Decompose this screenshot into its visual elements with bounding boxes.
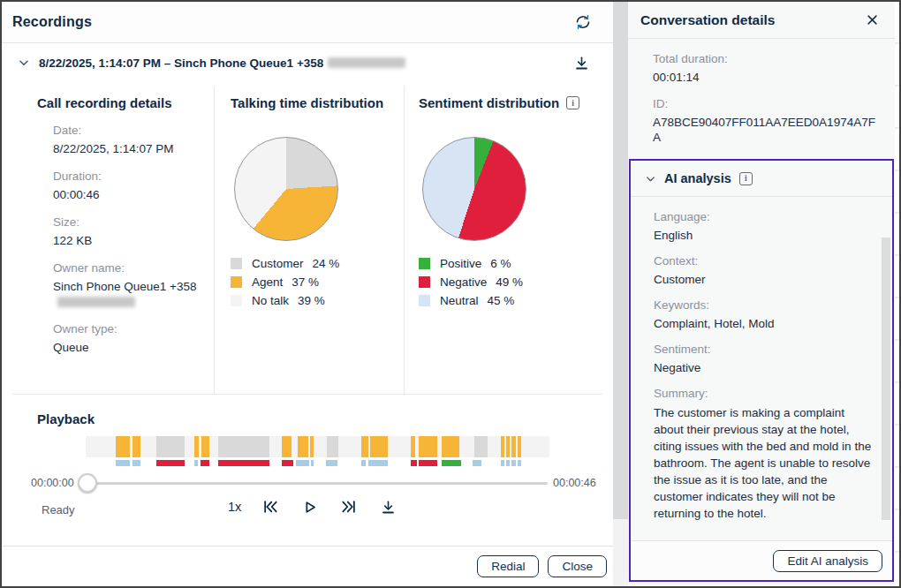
talking-time-pie [234, 137, 338, 241]
scrollbar-thumb[interactable] [882, 237, 890, 520]
download-icon [573, 55, 590, 72]
context-field: Context: Customer [654, 254, 874, 287]
talking-time-legend: Customer 24 % Agent 37 % No talk 39 % [231, 257, 404, 307]
conversation-details-header: Conversation details [628, 2, 895, 39]
info-icon[interactable]: i [566, 96, 579, 109]
legend-value: 45 % [488, 294, 515, 307]
legend-label: Positive [440, 257, 481, 270]
legend-value: 49 % [496, 275, 523, 289]
skip-forward-button[interactable] [338, 496, 360, 517]
legend-item: Positive 6 % [419, 257, 602, 270]
summary-label: Summary: [654, 387, 874, 400]
conversation-id-value: A78BCE90407FF011AA7EED0A1974A7FA [653, 115, 875, 145]
total-duration-value: 00:01:14 [653, 70, 895, 85]
legend-value: 6 % [490, 257, 511, 270]
playback-heading: Playback [37, 411, 95, 426]
keywords-field: Keywords: Complaint, Hotel, Mold [654, 298, 874, 331]
legend-swatch [419, 295, 430, 306]
context-label: Context: [654, 254, 874, 268]
waveform-talk-row [86, 436, 549, 457]
keywords-label: Keywords: [654, 298, 874, 312]
playback-waveform[interactable] [86, 436, 549, 466]
redial-button[interactable]: Redial [477, 555, 539, 577]
duration-field: Duration: 00:00:46 [37, 170, 214, 202]
chevron-down-icon[interactable] [18, 57, 30, 69]
legend-item: Agent 37 % [231, 275, 404, 289]
duration-value: 00:00:46 [53, 187, 214, 202]
total-duration-field: Total duration: 00:01:14 [653, 52, 895, 85]
refresh-icon [574, 13, 592, 31]
legend-label: Neutral [440, 294, 479, 307]
language-label: Language: [654, 210, 874, 223]
legend-item: Customer 24 % [231, 257, 404, 270]
legend-value: 39 % [298, 294, 325, 307]
legend-swatch [419, 276, 430, 288]
page-background-strip [895, 2, 899, 586]
sentiment-label: Sentiment: [654, 343, 874, 356]
ai-analysis-title: AI analysis [664, 171, 731, 185]
download-icon [380, 499, 397, 516]
elapsed-time: 00:00:00 [31, 477, 74, 489]
size-field: Size: 122 KB [37, 215, 214, 248]
playback-status: Ready [42, 503, 75, 516]
play-button[interactable] [299, 497, 320, 517]
ai-analysis-section: AI analysis i Language: English Context:… [629, 159, 894, 582]
close-button[interactable]: Close [548, 555, 607, 577]
summary-value: The customer is making a complaint about… [654, 404, 874, 522]
legend-swatch [231, 295, 242, 306]
language-value: English [654, 228, 874, 243]
skip-back-button[interactable] [260, 496, 281, 517]
conversation-id-label: ID: [653, 97, 895, 110]
conversation-fields: Total duration: 00:01:14 ID: A78BCE90407… [628, 39, 895, 145]
chevron-down-icon[interactable] [645, 173, 656, 185]
duration-label: Duration: [53, 170, 214, 183]
recording-item-title: 8/22/2025, 1:14:07 PM – Sinch Phone Queu… [39, 57, 323, 70]
close-icon [866, 13, 879, 26]
sentiment-pie [422, 137, 526, 241]
owner-type-label: Owner type: [53, 322, 214, 335]
play-icon [301, 499, 318, 516]
date-field: Date: 8/22/2025, 1:14:07 PM [37, 124, 214, 156]
close-panel-button[interactable] [864, 11, 881, 28]
legend-swatch [231, 258, 242, 269]
skip-back-icon [261, 498, 279, 516]
redacted-phone-number [328, 57, 405, 68]
recordings-header: Recordings [2, 2, 613, 43]
sentiment-legend: Positive 6 % Negative 49 % Neutral 45 % [419, 257, 602, 307]
playback-speed-button[interactable]: 1x [228, 500, 241, 514]
date-value: 8/22/2025, 1:14:07 PM [53, 141, 214, 156]
playback-section: Playback 00:00:00 00:00:46 Ready 1x [2, 404, 613, 537]
legend-swatch [231, 276, 242, 288]
conversation-details-panel: Conversation details Total duration: 00:… [628, 2, 895, 586]
edit-ai-analysis-button[interactable]: Edit AI analysis [773, 550, 882, 572]
talking-time-section: Talking time distribution Customer 24 % … [214, 87, 404, 394]
download-recording-button[interactable] [572, 53, 592, 73]
sentiment-field: Sentiment: Negative [654, 343, 874, 375]
panel-gap [613, 2, 628, 586]
recording-detail-columns: Call recording details Date: 8/22/2025, … [12, 87, 602, 394]
section-divider [12, 394, 602, 395]
size-label: Size: [53, 215, 214, 229]
skip-forward-icon [340, 498, 358, 516]
owner-name-label: Owner name: [53, 261, 214, 275]
owner-type-field: Owner type: Queue [37, 322, 214, 355]
legend-label: Agent [252, 275, 283, 289]
recording-list-item[interactable]: 8/22/2025, 1:14:07 PM – Sinch Phone Queu… [2, 43, 613, 82]
refresh-button[interactable] [572, 11, 594, 33]
recordings-title: Recordings [12, 14, 92, 30]
legend-swatch [419, 258, 430, 269]
sentiment-heading: Sentiment distribution [419, 95, 559, 110]
dialog-footer: Redial Close [2, 546, 613, 586]
waveform-sentiment-row [86, 460, 549, 466]
legend-item: Neutral 45 % [419, 294, 602, 307]
ai-analysis-fields: Language: English Context: Customer Keyw… [631, 197, 892, 522]
seek-slider-handle[interactable] [78, 473, 97, 493]
owner-type-value: Queue [53, 340, 214, 355]
seek-slider-track[interactable] [86, 482, 548, 485]
playback-controls: 1x [228, 496, 398, 517]
download-playback-button[interactable] [378, 497, 398, 517]
info-icon[interactable]: i [739, 172, 753, 185]
size-value: 122 KB [53, 233, 214, 248]
ai-analysis-header[interactable]: AI analysis i [631, 161, 892, 197]
legend-label: Customer [252, 257, 304, 270]
